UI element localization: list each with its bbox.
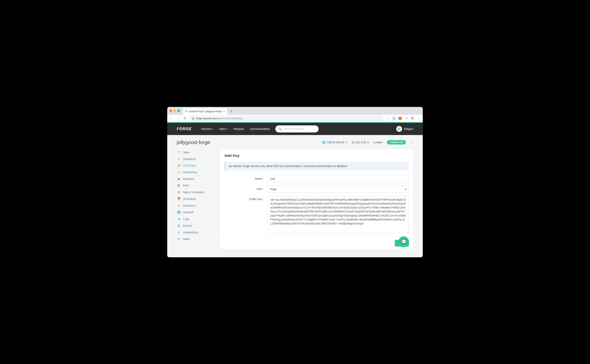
sidebar-icon: ≡ — [177, 157, 181, 161]
nav-servers[interactable]: Servers▾ — [201, 127, 213, 130]
public-ip-value: 139.59.164.83 — [327, 141, 344, 144]
extension-1password-icon[interactable]: ① — [392, 117, 396, 120]
sidebar-item-nginx-templates[interactable]: ⧉Nginx Templates — [177, 189, 214, 195]
label-public-key: Public Key — [224, 196, 268, 201]
sidebar-icon: 📡 — [177, 224, 181, 228]
url-host: forge.laravel.com — [196, 117, 217, 120]
extensions-menu-icon[interactable]: ✦ — [405, 117, 408, 120]
page-body: jollygood-forge 🌐 139.59.164.83 ⧉ 10.131… — [167, 135, 423, 257]
extension-orange-icon[interactable]: + — [398, 117, 402, 120]
minimize-window-button[interactable] — [174, 110, 176, 112]
name-input[interactable] — [268, 176, 409, 182]
lock-icon: 🔒 — [192, 117, 195, 120]
browser-window: F Laravel Forge | jollygood-forge × + ← … — [167, 107, 423, 257]
sidebar-label: Daemons — [183, 204, 195, 207]
bookmark-star-icon[interactable]: ☆ — [386, 117, 389, 120]
sidebar-label: Database — [183, 157, 195, 161]
nav-documentation[interactable]: Documentation — [250, 127, 270, 130]
sidebar-item-sites[interactable]: ▢Sites — [177, 149, 214, 156]
sidebar-label: Nginx Templates — [183, 190, 205, 194]
user-menu[interactable]: EL Elegon — [396, 126, 413, 132]
sidebar-item-monitoring[interactable]: 📈Monitoring — [177, 169, 214, 176]
sidebar-icon: 📈 — [177, 170, 181, 174]
nav-recipes[interactable]: Recipes — [233, 127, 244, 130]
search-icon: 🔍 — [279, 127, 282, 130]
sidebar-item-events[interactable]: 📡Events — [177, 222, 214, 229]
browser-tab[interactable]: F Laravel Forge | jollygood-forge × — [183, 108, 227, 115]
copy-icon[interactable]: ⧉ — [367, 141, 369, 144]
browser-tabbar: F Laravel Forge | jollygood-forge × + — [167, 107, 423, 115]
server-menu-icon[interactable]: ⋮ — [410, 141, 413, 144]
sidebar-item-php[interactable]: 🐘PHP — [177, 182, 214, 189]
private-ip: 10.131.0.26 ⧉ — [352, 141, 369, 144]
tab-favicon: F — [185, 110, 187, 113]
sidebar-label: Integrations — [183, 231, 198, 234]
sidebar: ▢Sites≡Database🔑SSH Keys📈Monitoring◆Back… — [177, 149, 214, 242]
sidebar-item-logs[interactable]: ◔Logs — [177, 216, 214, 222]
sidebar-icon: 📅 — [177, 197, 181, 201]
sidebar-icon: ⚡ — [177, 204, 181, 207]
browser-toolbar: ← → ⟳ 🔒 forge.laravel.com/servers/457363… — [167, 115, 423, 122]
nav-sites[interactable]: Sites▾ — [219, 127, 227, 130]
sidebar-label: Monitoring — [183, 170, 197, 174]
forward-button[interactable]: → — [176, 117, 180, 120]
sidebar-label: Events — [183, 224, 192, 227]
back-button[interactable]: ← — [169, 117, 174, 120]
sidebar-icon: ▢ — [177, 150, 181, 154]
new-tab-button[interactable]: + — [229, 109, 234, 114]
address-bar[interactable]: 🔒 forge.laravel.com/servers/457363#/keys — [189, 116, 383, 121]
search-input[interactable]: 🔍 Press / to search — [275, 125, 318, 132]
sidebar-item-network[interactable]: 🌐Network — [177, 209, 214, 216]
reload-button[interactable]: ⟳ — [182, 117, 187, 120]
sidebar-icon: 🐘 — [177, 184, 181, 187]
forge-logo[interactable]: FORGE — [177, 127, 192, 131]
sidebar-item-daemons[interactable]: ⚡Daemons — [177, 202, 214, 209]
tab-close-icon[interactable]: × — [223, 110, 225, 113]
user-select[interactable]: forge — [268, 186, 409, 192]
window-controls — [170, 107, 183, 115]
globe-icon: 🌐 — [322, 141, 325, 144]
chat-icon: 💬 — [401, 239, 406, 244]
caret-icon: ▾ — [212, 128, 213, 130]
private-ip-value: 10.131.0.26 — [352, 141, 366, 144]
sidebar-icon: ◆ — [177, 177, 181, 181]
nav-items: Servers▾ Sites▾ Recipes Documentation — [201, 127, 270, 130]
add-key-card: Add Key By default, Forge servers only a… — [220, 149, 413, 249]
card-footer: ADD — [220, 237, 413, 249]
public-ip: 🌐 139.59.164.83 ⧉ — [322, 141, 347, 144]
close-window-button[interactable] — [170, 110, 172, 112]
sidebar-item-scheduler[interactable]: 📅Scheduler — [177, 195, 214, 202]
sidebar-label: Meta — [183, 237, 189, 240]
user-avatar: EL — [396, 126, 402, 132]
status-badge: CONNECTED — [387, 140, 406, 144]
sidebar-icon: 🔑 — [177, 164, 181, 167]
sidebar-item-meta[interactable]: 🏷Meta — [177, 236, 214, 242]
sidebar-label: Scheduler — [183, 197, 196, 201]
server-name: jollygood-forge — [177, 139, 210, 145]
copy-icon[interactable]: ⧉ — [345, 141, 347, 144]
sidebar-label: Sites — [183, 150, 189, 154]
maximize-window-button[interactable] — [177, 110, 180, 112]
search-placeholder: Press / to search — [284, 127, 305, 130]
app-navbar: FORGE Servers▾ Sites▾ Recipes Documentat… — [167, 123, 423, 135]
sidebar-icon: ◔ — [177, 217, 181, 221]
sidebar-label: SSH Keys — [183, 164, 196, 167]
sidebar-icon: ⧈ — [177, 231, 181, 234]
extension-icons: ☆ ① + ✦ ⋮ — [386, 117, 421, 120]
help-fab[interactable]: 💬 — [398, 236, 409, 247]
sidebar-icon: 🏷 — [177, 237, 181, 240]
sidebar-item-ssh-keys[interactable]: 🔑SSH Keys — [177, 162, 214, 169]
sidebar-item-integrations[interactable]: ⧈Integrations — [177, 229, 214, 236]
tab-title: Laravel Forge | jollygood-forge — [188, 110, 221, 113]
sidebar-icon: 🌐 — [177, 210, 181, 214]
sidebar-item-database[interactable]: ≡Database — [177, 156, 214, 162]
sidebar-item-backups[interactable]: ◆Backups — [177, 176, 214, 182]
public-key-textarea[interactable] — [268, 196, 409, 233]
card-title: Add Key — [224, 154, 409, 158]
browser-menu-icon[interactable]: ⋮ — [417, 117, 421, 120]
caret-icon: ▾ — [227, 128, 227, 130]
server-meta: 🌐 139.59.164.83 ⧉ 10.131.0.26 ⧉ London C… — [322, 140, 413, 144]
sidebar-label: Network — [183, 210, 194, 214]
profile-avatar-icon[interactable] — [411, 117, 415, 120]
sidebar-label: Logs — [183, 217, 189, 221]
